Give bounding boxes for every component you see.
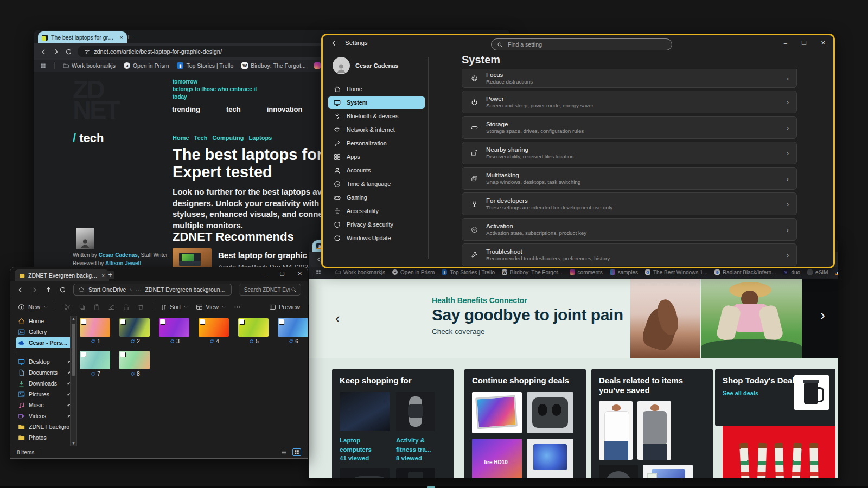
explorer-search[interactable] (239, 284, 301, 296)
address-breadcrumb[interactable]: Start OneDrive › ⋯ ZDNET Evergreen backg… (73, 284, 232, 296)
setting-card-activation[interactable]: ActivationActivation state, subscription… (462, 218, 797, 241)
sidebar-item-home[interactable]: Home (16, 316, 73, 326)
file-item-3[interactable]: 3 (159, 318, 190, 344)
crumb-computing[interactable]: Computing (212, 134, 244, 141)
settings-nav-personalization[interactable]: Personalization (328, 137, 425, 150)
crumb-laptops[interactable]: Laptops (248, 134, 272, 141)
settings-nav-accounts[interactable]: Accounts (328, 164, 425, 177)
back-icon[interactable] (17, 286, 24, 293)
settings-search[interactable] (491, 38, 672, 50)
file-item-6[interactable]: 6 (278, 318, 308, 344)
product-nitro-image[interactable]: NITRO (396, 468, 435, 478)
deal-earbuds-dark-image[interactable] (599, 465, 638, 478)
copy-icon[interactable] (79, 304, 86, 311)
rename-icon[interactable] (108, 304, 115, 311)
view-button[interactable]: View (196, 304, 226, 311)
sort-button[interactable]: Sort (160, 304, 188, 311)
deal-coffee-press-image[interactable] (794, 375, 829, 410)
settings-nav-time-language[interactable]: Time & language (328, 177, 425, 190)
settings-nav-gaming[interactable]: Gaming (328, 191, 425, 204)
settings-nav-bluetooth[interactable]: Bluetooth & devices (328, 110, 425, 123)
nav-innovation[interactable]: innovation (267, 105, 303, 113)
carousel-prev-icon[interactable]: ‹ (335, 310, 340, 327)
scroll-down-icon[interactable]: ▼ (71, 441, 76, 445)
back-icon[interactable] (40, 48, 47, 55)
bookmark-work[interactable]: Work bookmarkjs (335, 269, 385, 275)
new-tab-button[interactable]: + (124, 33, 133, 42)
cut-icon[interactable] (64, 304, 71, 311)
forward-icon[interactable] (53, 48, 60, 55)
file-item-5[interactable]: 5 (238, 318, 270, 344)
bookmark-prism[interactable]: ◂Open in Prism (124, 62, 169, 69)
account-row[interactable]: Cesar Cadenas (328, 54, 425, 82)
bookmark-amazon[interactable]: aAmazon.com: Chipo... (835, 269, 838, 275)
new-button[interactable]: New (18, 304, 48, 311)
preview-button[interactable]: Preview (269, 304, 300, 311)
product-laptop-image[interactable] (340, 392, 390, 431)
site-settings-icon[interactable] (84, 49, 90, 55)
sidebar-item-videos[interactable]: Videos (16, 410, 73, 421)
sidebar-item-pictures[interactable]: Pictures (16, 389, 73, 400)
share-icon[interactable] (123, 304, 130, 311)
close-icon[interactable]: ✕ (298, 271, 302, 277)
sidebar-item-music[interactable]: Music (16, 400, 73, 410)
sidebar-item-downloads[interactable]: Downloads (16, 378, 73, 389)
sidebar-item-zdnet-backgrounds[interactable]: ZDNET backgro (16, 421, 73, 432)
details-view-icon[interactable] (281, 450, 287, 455)
carousel-next-icon[interactable]: › (820, 307, 825, 324)
apps-grid-icon[interactable] (316, 269, 321, 275)
bookmark-radiant[interactable]: GRadiant Black/Infern... (714, 269, 776, 275)
bookmark-birdboy[interactable]: WBirdboy: The Forgot... (502, 269, 563, 275)
nav-tech[interactable]: tech (226, 105, 241, 113)
back-icon[interactable] (330, 40, 337, 47)
scrollbar-thumb[interactable] (72, 324, 75, 376)
setting-card-multitasking[interactable]: MultitaskingSnap windows, desktops, task… (462, 167, 797, 190)
author-link[interactable]: Cesar Cadenas, (99, 252, 139, 258)
setting-card-for-developers[interactable]: For developersThese settings are intende… (462, 192, 797, 215)
zdnet-active-tab[interactable]: The best laptops for graphic d × (38, 31, 127, 43)
tab-close-icon[interactable]: × (120, 34, 123, 41)
settings-nav-windows-update[interactable]: Windows Update (328, 232, 425, 245)
sidebar-item-documents[interactable]: Documents (16, 367, 73, 378)
bookmark-work[interactable]: Work bookmarkjs (63, 62, 116, 69)
thumbnail-view-toggle[interactable] (292, 448, 301, 456)
candy-promo-banner[interactable] (723, 426, 835, 478)
settings-nav-home[interactable]: Home (328, 82, 425, 95)
setting-card-focus[interactable]: FocusReduce distractions › (462, 69, 797, 88)
more-options-icon[interactable] (234, 304, 241, 311)
settings-nav-network[interactable]: Network & internet (328, 123, 425, 136)
bookmark-trello[interactable]: ▮Top Stories | Trello (442, 269, 495, 275)
sidebar-scrollbar[interactable]: ▲ ▼ (70, 316, 77, 446)
deal-earbuds-image[interactable] (527, 392, 573, 433)
deal-laptop-image[interactable] (527, 439, 573, 478)
hero-cta-link[interactable]: Check coverage (432, 328, 485, 336)
bookmark-prism[interactable]: ◂Open in Prism (392, 269, 435, 275)
up-icon[interactable] (45, 286, 52, 293)
close-icon[interactable]: ✕ (821, 40, 826, 47)
apps-grid-icon[interactable] (40, 63, 46, 69)
paste-icon[interactable] (93, 304, 100, 311)
bookmark-samples[interactable]: samples (610, 269, 638, 275)
scroll-up-icon[interactable]: ▲ (71, 317, 76, 320)
maximize-icon[interactable]: ▢ (279, 271, 284, 277)
bookmark-best-windows[interactable]: GThe Best Windows 1... (645, 269, 707, 275)
settings-nav-accessibility[interactable]: Accessibility (328, 204, 425, 217)
file-item-7[interactable]: 7 (80, 351, 111, 377)
sidebar-item-gallery[interactable]: Gallery (16, 326, 73, 337)
bookmark-trello[interactable]: ▮Top Stories | Trello (177, 62, 233, 69)
reload-icon[interactable] (65, 48, 72, 55)
bookmark-esim[interactable]: eSIM (807, 269, 828, 275)
explorer-active-tab[interactable]: ZDNET Evergreen background × (15, 269, 109, 281)
settings-nav-system[interactable]: System (328, 96, 425, 109)
minimize-icon[interactable]: – (784, 40, 787, 47)
settings-search-input[interactable] (507, 41, 666, 48)
maximize-icon[interactable]: ☐ (801, 40, 807, 47)
setting-card-troubleshoot[interactable]: TroubleshootRecommended troubleshooters,… (462, 243, 797, 266)
minimize-icon[interactable]: — (261, 271, 266, 277)
deal-laptop-snow-image[interactable] (643, 465, 693, 478)
bookmark-duo[interactable]: Vduo (783, 269, 800, 275)
refresh-icon[interactable] (59, 286, 66, 293)
delete-icon[interactable] (137, 304, 144, 311)
link-laptop-computers[interactable]: Laptop computers (340, 436, 390, 454)
new-tab-button[interactable]: + (106, 271, 114, 279)
